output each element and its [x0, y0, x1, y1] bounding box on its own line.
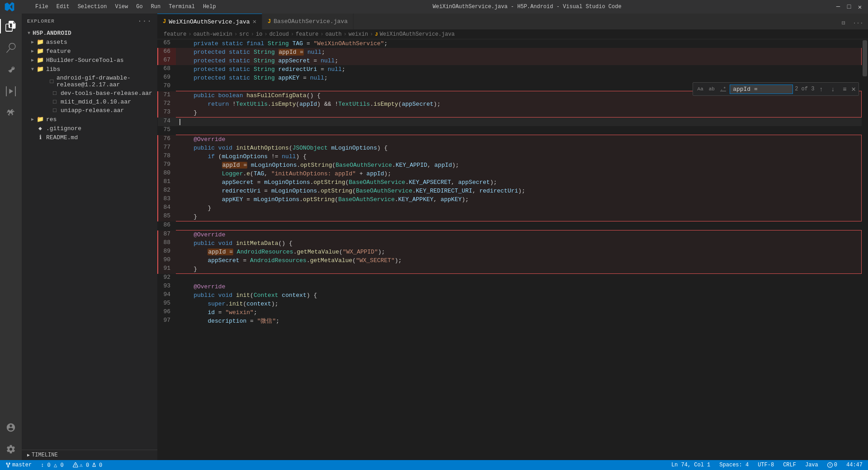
breadcrumb-dcloud[interactable]: dcloud — [269, 31, 289, 38]
find-close-button[interactable]: ✕ — [851, 85, 856, 94]
run-icon[interactable] — [0, 80, 22, 102]
notifications-button[interactable]: 0 — [826, 462, 839, 468]
split-editor-button[interactable]: ⊟ — [837, 17, 850, 29]
tab-bar: J WeiXinOAuthService.java ✕ J BaseOAuthS… — [157, 14, 868, 29]
line-content[interactable]: @Override — [176, 230, 862, 240]
extensions-icon[interactable] — [0, 102, 22, 124]
find-more-options-button[interactable]: ≡ — [840, 84, 849, 94]
breadcrumb-feature2[interactable]: feature — [296, 31, 318, 38]
sidebar-item-hbuilder[interactable]: ▶ 📁 HBuilder-SourceTool-as — [22, 56, 157, 65]
find-prev-button[interactable]: ↑ — [816, 84, 826, 94]
line-content[interactable]: protected static String redirectUri = nu… — [176, 65, 862, 74]
line-content[interactable] — [176, 221, 862, 230]
line-content[interactable]: Logger.e(TAG, "initAuthOptions: appId" +… — [176, 169, 862, 178]
menu-file[interactable]: File — [32, 3, 52, 11]
line-content[interactable]: private static final String TAG = "WeiXi… — [176, 39, 862, 48]
line-content[interactable]: appSecret = AndroidResources.getMetaValu… — [176, 256, 862, 265]
sidebar-item-res[interactable]: ▶ 📁 res — [22, 115, 157, 124]
table-row: 65 private static final String TAG = "We… — [158, 39, 862, 48]
line-content[interactable]: appSecret = mLoginOptions.optString(Base… — [176, 178, 862, 187]
line-content[interactable]: public void init(Context context) { — [176, 291, 862, 300]
line-content[interactable]: id = "weixin"; — [176, 308, 862, 317]
line-content[interactable]: @Override — [176, 282, 862, 291]
language-button[interactable]: Java — [803, 462, 820, 468]
breadcrumb-feature[interactable]: feature — [164, 31, 186, 38]
line-content[interactable]: @Override — [176, 135, 862, 144]
line-content[interactable] — [176, 274, 862, 283]
tab-base[interactable]: J BaseOAuthService.java — [262, 14, 354, 29]
table-row: 76 @Override — [158, 135, 862, 144]
find-input[interactable] — [730, 85, 793, 94]
breadcrumb-oauth[interactable]: oauth-weixin — [193, 31, 232, 38]
menu-selection[interactable]: Selection — [74, 3, 111, 11]
spaces-button[interactable]: Spaces: 4 — [717, 462, 750, 468]
line-content[interactable]: redirectUri = mLoginOptions.optString(Ba… — [176, 187, 862, 195]
breadcrumb-file[interactable]: WeiXinOAuthService.java — [380, 31, 455, 38]
git-branch-button[interactable]: master — [4, 462, 33, 468]
line-number: 65 — [158, 39, 176, 48]
search-icon[interactable] — [0, 37, 22, 59]
minimize-button[interactable]: ─ — [835, 3, 842, 10]
sidebar-item-assets[interactable]: ▶ 📁 assets — [22, 38, 157, 47]
sidebar-item-aar3[interactable]: □ miit_mdid_1.0.10.aar — [22, 98, 157, 106]
timeline-panel[interactable]: ▶ TIMELINE — [22, 450, 157, 460]
menu-edit[interactable]: Edit — [53, 3, 73, 11]
sidebar-item-aar1[interactable]: □ android-gif-drawable-release@1.2.17.aa… — [22, 74, 157, 89]
line-content[interactable]: if (mLoginOptions != null) { — [176, 152, 862, 161]
breadcrumb-src[interactable]: src — [239, 31, 249, 38]
sidebar-item-aar2[interactable]: □ dev-tools-base-release.aar — [22, 89, 157, 98]
line-content[interactable]: protected static String appSecret = null… — [176, 56, 862, 65]
line-content[interactable] — [176, 118, 862, 127]
line-content[interactable]: } — [176, 212, 862, 221]
code-editor[interactable]: 65 private static final String TAG = "We… — [157, 39, 862, 460]
line-content[interactable]: } — [176, 265, 862, 274]
line-number: 80 — [158, 169, 176, 178]
line-content[interactable]: } — [176, 204, 862, 212]
sidebar-item-readme[interactable]: ℹ README.md — [22, 133, 157, 142]
sidebar-item-feature[interactable]: ▶ 📁 feature — [22, 47, 157, 56]
project-root[interactable]: ▼ H5P.ANDROID — [22, 29, 157, 38]
line-ending-button[interactable]: CRLF — [781, 462, 798, 468]
close-button[interactable]: ✕ — [856, 3, 863, 10]
sidebar-item-libs[interactable]: ▼ 📁 libs — [22, 65, 157, 74]
line-content[interactable]: protected static String appId = null; — [176, 48, 862, 56]
more-actions-button[interactable]: ··· — [852, 17, 864, 29]
breadcrumb-oauth2[interactable]: oauth — [326, 31, 342, 38]
maximize-button[interactable]: □ — [845, 3, 853, 10]
menu-go[interactable]: Go — [132, 3, 146, 11]
line-content[interactable]: appKEY = mLoginOptions.optString(BaseOAu… — [176, 195, 862, 204]
line-content[interactable]: return !TextUtils.isEmpty(appId) && !Tex… — [176, 100, 862, 108]
line-content[interactable]: protected static String appKEY = null; — [176, 74, 862, 82]
line-content[interactable]: public void initMetaData() { — [176, 239, 862, 248]
breadcrumb-weixin[interactable]: weixin — [349, 31, 368, 38]
line-content[interactable]: appId = AndroidResources.getMetaValue("W… — [176, 248, 862, 256]
table-row: 75 — [158, 126, 862, 135]
line-content[interactable]: super.init(context); — [176, 300, 862, 308]
settings-icon[interactable] — [0, 438, 22, 460]
sidebar-more-button[interactable]: ··· — [137, 17, 152, 25]
encoding-button[interactable]: UTF-8 — [756, 462, 776, 468]
breadcrumb-io[interactable]: io — [256, 31, 262, 38]
menu-terminal[interactable]: Terminal — [165, 3, 198, 11]
source-control-icon[interactable] — [0, 59, 22, 80]
errors-button[interactable]: ⚠ 0 Δ 0 — [71, 462, 104, 469]
tab-close-weixin[interactable]: ✕ — [253, 19, 256, 25]
menu-view[interactable]: View — [111, 3, 132, 11]
line-number: 95 — [158, 300, 176, 308]
line-content[interactable]: public void initAuthOptions(JSONObject m… — [176, 144, 862, 152]
account-icon[interactable] — [0, 417, 22, 438]
menu-run[interactable]: Run — [147, 3, 165, 11]
line-content[interactable]: description = "微信"; — [176, 317, 862, 325]
line-content[interactable] — [176, 126, 862, 135]
git-sync-button[interactable]: ↕ 0 △ 0 — [39, 462, 65, 469]
line-content[interactable]: appId = mLoginOptions.optString(BaseOAut… — [176, 161, 862, 169]
sidebar-item-aar4[interactable]: □ uniapp-release.aar — [22, 106, 157, 115]
cursor-position-button[interactable]: Ln 74, Col 1 — [670, 462, 712, 468]
find-next-button[interactable]: ↓ — [828, 84, 838, 94]
menu-help[interactable]: Help — [199, 3, 220, 11]
table-row: 84 } — [158, 204, 862, 212]
line-content[interactable]: } — [176, 108, 862, 118]
sidebar-item-gitignore[interactable]: ◆ .gitignore — [22, 124, 157, 133]
tab-weixin[interactable]: J WeiXinOAuthService.java ✕ — [157, 14, 262, 29]
explorer-icon[interactable] — [0, 15, 22, 37]
